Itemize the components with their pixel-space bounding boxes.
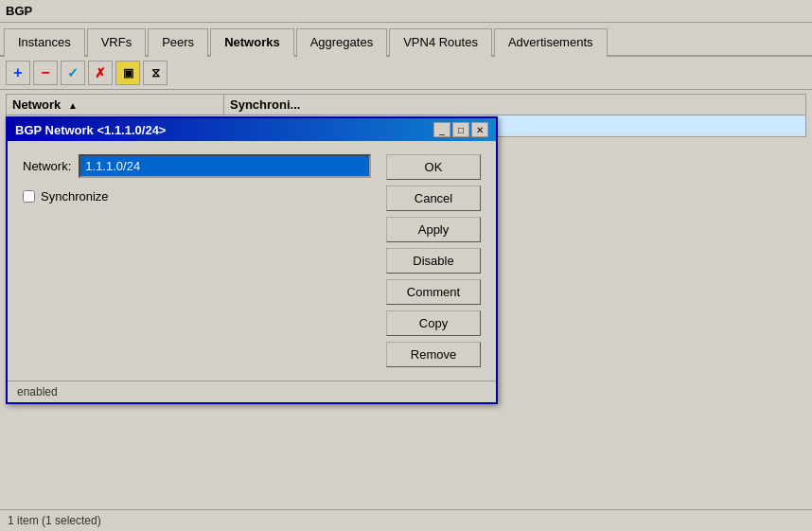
tab-vpn4routes[interactable]: VPN4 Routes (389, 28, 492, 57)
modal-footer: enabled (8, 381, 496, 402)
tab-bar: Instances VRFs Peers Networks Aggregates… (0, 23, 812, 57)
tab-peers[interactable]: Peers (148, 28, 208, 57)
delete-button[interactable]: − (33, 61, 58, 85)
modal-form: Network: Synchronize (23, 154, 371, 367)
modal-buttons: OK Cancel Apply Disable Comment Copy Rem… (386, 154, 481, 367)
modal-overlay: BGP Network <1.1.1.0/24> _ □ ✕ Network: (0, 90, 812, 509)
modal-titlebar: BGP Network <1.1.1.0/24> _ □ ✕ (8, 118, 496, 141)
bgp-network-dialog: BGP Network <1.1.1.0/24> _ □ ✕ Network: (6, 116, 498, 404)
network-input[interactable] (79, 154, 371, 178)
modal-minimize-button[interactable]: _ (433, 122, 450, 137)
add-button[interactable]: + (6, 61, 30, 85)
status-bar: 1 item (1 selected) (0, 509, 812, 531)
disable-button[interactable]: Disable (386, 248, 481, 274)
tab-networks[interactable]: Networks (210, 28, 294, 57)
tab-advertisements[interactable]: Advertisements (494, 28, 608, 57)
comment-button[interactable]: Comment (386, 279, 481, 305)
modal-close-button[interactable]: ✕ (471, 122, 488, 137)
content-area: Network ▲ Synchroni... 1.1.1.0/24 no (0, 90, 812, 509)
synchronize-label: Synchronize (41, 189, 109, 204)
synchronize-checkbox[interactable] (23, 190, 35, 203)
copy-toolbar-button[interactable]: ▣ (115, 61, 140, 85)
cancel-button[interactable]: Cancel (386, 186, 481, 211)
ok-button[interactable]: OK (386, 154, 481, 180)
check-button[interactable]: ✓ (61, 61, 85, 85)
main-window: BGP Instances VRFs Peers Networks Aggreg… (0, 0, 812, 531)
filter-button[interactable]: ⧖ (143, 61, 168, 85)
tab-vrfs[interactable]: VRFs (87, 28, 147, 57)
modal-title: BGP Network <1.1.1.0/24> (15, 123, 166, 137)
synchronize-row: Synchronize (23, 189, 371, 204)
window-title: BGP (0, 0, 812, 23)
modal-titlebar-buttons: _ □ ✕ (433, 122, 488, 137)
apply-button[interactable]: Apply (386, 217, 481, 242)
modal-maximize-button[interactable]: □ (452, 122, 469, 137)
tab-aggregates[interactable]: Aggregates (296, 28, 388, 57)
remove-button[interactable]: Remove (386, 342, 481, 367)
network-row: Network: (23, 154, 371, 178)
modal-body: Network: Synchronize OK Cancel Apply Dis… (8, 141, 496, 381)
toolbar: + − ✓ ✗ ▣ ⧖ (0, 57, 812, 90)
cross-button[interactable]: ✗ (88, 61, 113, 85)
tab-instances[interactable]: Instances (4, 28, 85, 57)
network-label: Network: (23, 159, 71, 173)
copy-button[interactable]: Copy (386, 310, 481, 336)
